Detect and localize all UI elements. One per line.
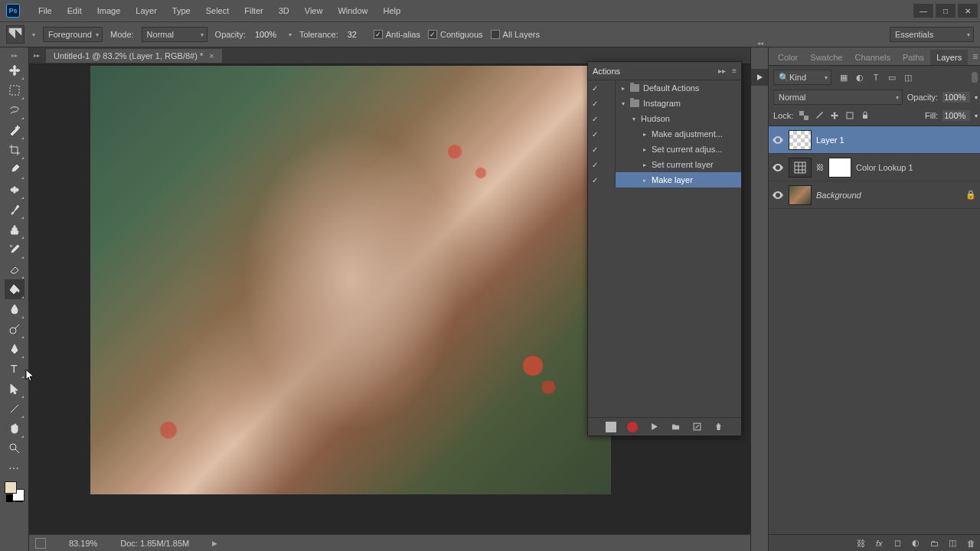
status-zoom[interactable]: 83.19%	[69, 539, 97, 548]
document-tab-close-icon[interactable]: ×	[209, 51, 214, 60]
layer-row[interactable]: Background 🔒	[769, 181, 980, 209]
workspace-dropdown[interactable]: Essentials	[890, 27, 974, 42]
action-row[interactable]: ✓▸Set current adjus...	[588, 142, 741, 157]
action-dialog-toggle[interactable]	[602, 111, 616, 126]
layer-thumbnail[interactable]	[789, 158, 812, 178]
document-tab[interactable]: Untitled-1 @ 83.2% (Layer 1, RGB/8#) * ×	[46, 49, 222, 63]
action-toggle[interactable]: ✓	[588, 115, 602, 123]
action-toggle[interactable]: ✓	[588, 176, 602, 184]
tab-layers[interactable]: Layers	[930, 50, 968, 65]
menu-file[interactable]: File	[31, 3, 60, 18]
tab-paths[interactable]: Paths	[897, 50, 930, 65]
action-row[interactable]: ✓▸Make adjustment...	[588, 126, 741, 142]
all-layers-checkbox[interactable]: All Layers	[491, 30, 540, 39]
menu-layer[interactable]: Layer	[128, 3, 165, 18]
disclosure-icon[interactable]: ▸	[642, 161, 648, 168]
panel-menu-icon[interactable]: ≡	[968, 48, 980, 65]
move-tool[interactable]	[5, 60, 24, 80]
filter-toggle[interactable]	[972, 72, 978, 83]
tab-swatches[interactable]: Swatche	[804, 50, 848, 65]
new-layer-icon[interactable]: ◫	[947, 538, 958, 549]
disclosure-icon[interactable]: ▾	[620, 100, 626, 107]
layer-thumbnail[interactable]	[789, 185, 812, 205]
eyedropper-tool[interactable]	[5, 160, 24, 180]
visibility-toggle[interactable]	[772, 191, 784, 199]
disclosure-icon[interactable]: ▸	[642, 131, 648, 138]
menu-view[interactable]: View	[297, 3, 331, 18]
fill-source-dropdown[interactable]: Foreground	[43, 27, 103, 42]
menu-window[interactable]: Window	[330, 3, 375, 18]
status-flyout-icon[interactable]: ▶	[212, 540, 217, 547]
menu-filter[interactable]: Filter	[237, 3, 270, 18]
adjustment-layer-icon[interactable]: ◐	[910, 538, 921, 549]
disclosure-icon[interactable]: ▸	[642, 177, 648, 184]
action-row[interactable]: ✓▾Hudson	[588, 111, 741, 126]
tool-preset-picker[interactable]	[6, 25, 24, 44]
antialias-checkbox[interactable]: ✓Anti-alias	[374, 30, 420, 39]
marquee-tool[interactable]	[5, 80, 24, 100]
close-button[interactable]: ✕	[958, 4, 978, 18]
menu-edit[interactable]: Edit	[60, 3, 90, 18]
link-icon[interactable]: ⛓	[816, 163, 824, 171]
canvas[interactable]	[90, 66, 611, 494]
layer-row[interactable]: Layer 1	[769, 126, 980, 154]
menu-select[interactable]: Select	[198, 3, 237, 18]
filter-smart-icon[interactable]: ◫	[902, 71, 914, 83]
record-icon[interactable]	[627, 422, 638, 432]
menu-type[interactable]: Type	[165, 3, 198, 18]
new-group-icon[interactable]: 🗀	[929, 538, 939, 549]
layer-name[interactable]: Background	[816, 191, 861, 200]
actions-collapse-icon[interactable]: ▸▸	[718, 67, 726, 75]
add-mask-icon[interactable]: ◻	[892, 538, 903, 549]
play-icon[interactable]	[648, 422, 659, 432]
action-dialog-toggle[interactable]	[602, 172, 616, 187]
action-toggle[interactable]: ✓	[588, 99, 602, 108]
tab-channels[interactable]: Channels	[849, 50, 897, 65]
disclosure-icon[interactable]: ▸	[642, 146, 648, 153]
blend-mode-dropdown[interactable]: Normal	[142, 27, 207, 42]
filter-type-icon[interactable]: T	[870, 71, 882, 83]
new-set-icon[interactable]	[670, 422, 681, 432]
action-dialog-toggle[interactable]	[602, 157, 616, 172]
layer-filter-kind-dropdown[interactable]: 🔍 Kind	[773, 70, 831, 85]
filter-pixel-icon[interactable]: ▦	[838, 71, 850, 83]
minimize-button[interactable]: —	[913, 4, 933, 18]
healing-brush-tool[interactable]	[5, 180, 24, 200]
tab-flyout-icon[interactable]: ▸▸	[34, 52, 40, 59]
delete-layer-icon[interactable]: 🗑	[965, 538, 976, 549]
layers-opacity-input[interactable]	[942, 92, 970, 103]
action-row[interactable]: ✓▸Make layer	[588, 172, 741, 187]
visibility-toggle[interactable]	[772, 164, 784, 171]
quick-mask-icon[interactable]	[35, 538, 46, 549]
menu-help[interactable]: Help	[376, 3, 409, 18]
layer-row[interactable]: ⛓ Color Lookup 1	[769, 154, 980, 181]
tolerance-input[interactable]	[346, 29, 366, 40]
disclosure-icon[interactable]: ▸	[620, 85, 626, 92]
play-action-icon[interactable]	[751, 69, 768, 86]
pen-tool[interactable]	[5, 339, 24, 359]
actions-menu-icon[interactable]: ≡	[732, 67, 737, 75]
actions-panel-header[interactable]: Actions ▸▸ ≡	[588, 62, 741, 80]
filter-shape-icon[interactable]: ▭	[886, 71, 898, 83]
action-dialog-toggle[interactable]	[602, 96, 616, 111]
shape-tool[interactable]	[5, 399, 24, 419]
action-toggle[interactable]: ✓	[588, 84, 602, 93]
foreground-color[interactable]	[5, 481, 17, 494]
disclosure-icon[interactable]: ▾	[631, 116, 637, 122]
edit-toolbar[interactable]: ⋯	[5, 458, 24, 478]
actions-panel[interactable]: Actions ▸▸ ≡ ✓▸Default Actions✓▾Instagra…	[587, 61, 742, 436]
action-dialog-toggle[interactable]	[602, 126, 616, 142]
lock-all-icon[interactable]	[859, 109, 871, 122]
path-selection-tool[interactable]	[5, 379, 24, 399]
eraser-tool[interactable]	[5, 259, 24, 279]
type-tool[interactable]: T	[5, 359, 24, 379]
lasso-tool[interactable]	[5, 100, 24, 120]
layer-mask-thumbnail[interactable]	[828, 158, 851, 178]
new-action-icon[interactable]	[691, 422, 702, 432]
zoom-tool[interactable]	[5, 439, 24, 458]
lock-artboard-icon[interactable]	[844, 109, 856, 122]
layer-fx-icon[interactable]: fx	[874, 538, 884, 549]
fill-input[interactable]	[942, 110, 970, 121]
lock-transparency-icon[interactable]	[798, 109, 810, 122]
clone-stamp-tool[interactable]	[5, 220, 24, 240]
